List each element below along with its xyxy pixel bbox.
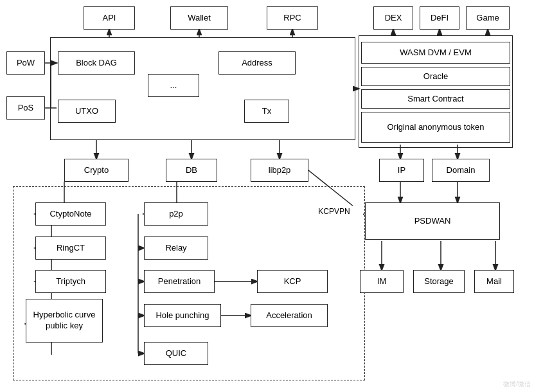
game-box: Game	[466, 6, 510, 30]
ctyptonote-box: CtyptoNote	[35, 202, 106, 226]
wasm-box: WASM DVM / EVM	[361, 42, 510, 64]
blockdag-box: Block DAG	[58, 51, 135, 75]
quic-box: QUIC	[144, 342, 208, 365]
kcpvpn-label: KCPVPN	[305, 206, 363, 218]
pos-box: PoS	[6, 96, 45, 120]
oracle-box: Oracle	[361, 67, 510, 86]
api-box: API	[84, 6, 135, 30]
p2p-box: p2p	[144, 202, 208, 226]
acceleration-box: Acceleration	[251, 304, 328, 327]
utxo-box: UTXO	[58, 100, 116, 123]
crypto-box: Crypto	[64, 159, 129, 182]
penetration-box: Penetration	[144, 270, 215, 293]
pow-box: PoW	[6, 51, 45, 75]
db-box: DB	[166, 159, 217, 182]
smartcontract-box: Smart Contract	[361, 89, 510, 109]
ip-box: IP	[379, 159, 424, 182]
watermark: 微博/微信	[503, 380, 531, 389]
mail-box: Mail	[474, 270, 514, 293]
rpc-box: RPC	[267, 6, 318, 30]
im-box: IM	[360, 270, 404, 293]
wallet-box: Wallet	[170, 6, 228, 30]
dex-box: DEX	[373, 6, 413, 30]
defi-box: DeFI	[420, 6, 459, 30]
domain-box: Domain	[432, 159, 490, 182]
ringct-box: RingCT	[35, 236, 106, 260]
address-box: Address	[218, 51, 296, 75]
holepunching-box: Hole punching	[144, 304, 221, 327]
architecture-diagram: API Wallet RPC DEX DeFI Game PoW PoS Blo…	[0, 0, 534, 392]
tx-box: Tx	[244, 100, 289, 123]
hyperbolic-box: Hyperbolic curve public key	[26, 299, 103, 343]
dots-box: ...	[148, 74, 199, 97]
relay-box: Relay	[144, 236, 208, 260]
libp2p-box: libp2p	[251, 159, 308, 182]
storage-box: Storage	[413, 270, 465, 293]
triptych-box: Triptych	[35, 270, 106, 293]
anontoken-box: Original anonymous token	[361, 112, 510, 143]
kcp-box: KCP	[257, 270, 328, 293]
psdwan-box: PSDWAN	[365, 202, 500, 240]
